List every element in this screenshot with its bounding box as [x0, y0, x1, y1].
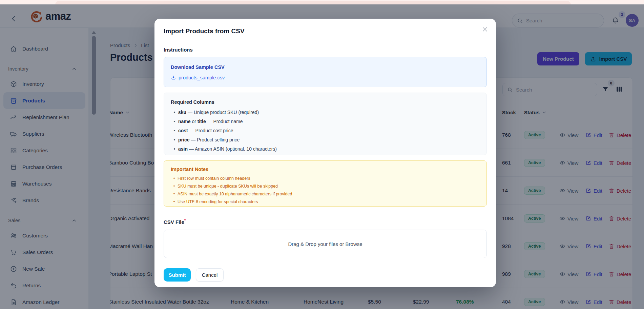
important-note-bullet: •ASIN must be exactly 10 alphanumeric ch…	[171, 190, 480, 198]
modal-title: Import Products from CSV	[164, 27, 487, 35]
required-column-bullet: •name or title — Product name	[171, 117, 480, 126]
important-note-bullet: •Use UTF-8 encoding for special characte…	[171, 198, 480, 206]
window-strip-tab	[55, 1, 571, 4]
close-icon[interactable]	[481, 26, 489, 33]
required-columns-box: Required Columns •sku — Unique product S…	[164, 93, 487, 155]
window-strip	[0, 0, 644, 4]
required-columns-list: •sku — Unique product SKU (required)•nam…	[171, 108, 480, 154]
cancel-button[interactable]: Cancel	[196, 268, 224, 282]
download-sample-title: Download Sample CSV	[171, 64, 480, 70]
modal-buttons: Submit Cancel	[164, 268, 487, 282]
important-notes-box: Important Notes •First row must contain …	[164, 160, 487, 207]
required-column-bullet: •asin — Amazon ASIN (optional, 10 charac…	[171, 144, 480, 154]
required-columns-title: Required Columns	[171, 99, 480, 105]
required-column-bullet: •sku — Unique product SKU (required)	[171, 108, 480, 117]
important-notes-title: Important Notes	[171, 166, 480, 172]
sample-csv-link[interactable]: products_sample.csv	[171, 75, 480, 81]
submit-button[interactable]: Submit	[164, 268, 191, 282]
important-note-bullet: •SKU must be unique - duplicate SKUs wil…	[171, 182, 480, 190]
instructions-label: Instructions	[164, 47, 487, 53]
download-icon	[171, 75, 176, 80]
required-asterisk: *	[184, 218, 186, 223]
download-sample-box: Download Sample CSV products_sample.csv	[164, 57, 487, 87]
required-column-bullet: •cost — Product cost price	[171, 126, 480, 135]
required-column-bullet: •price — Product selling price	[171, 135, 480, 144]
csv-file-label: CSV File*	[164, 218, 487, 225]
important-notes-list: •First row must contain column headers•S…	[171, 175, 480, 206]
import-csv-modal: Import Products from CSV Instructions Do…	[154, 19, 496, 287]
file-dropzone[interactable]: Drag & Drop your files or Browse	[164, 230, 487, 258]
important-note-bullet: •First row must contain column headers	[171, 175, 480, 182]
